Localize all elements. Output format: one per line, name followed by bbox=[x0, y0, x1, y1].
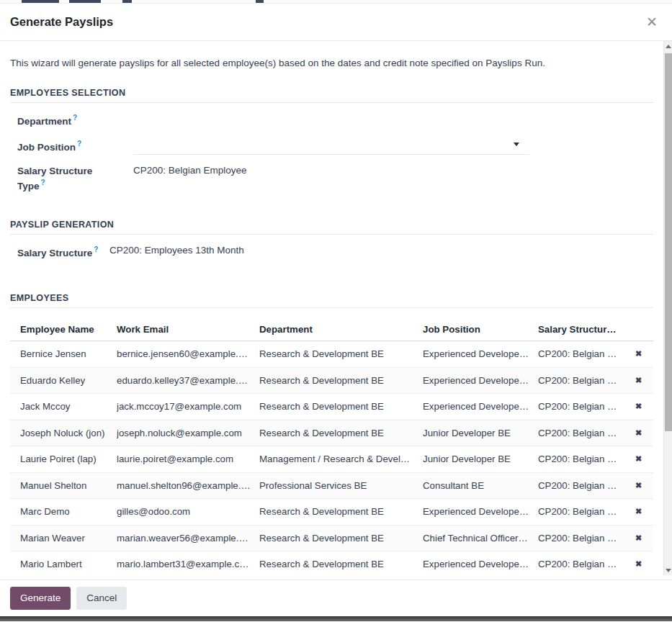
cell-job-position: Experienced Developer BE bbox=[423, 506, 538, 517]
column-header[interactable]: Department bbox=[259, 324, 423, 335]
cell-work-email: joseph.noluck@example.com bbox=[117, 428, 259, 438]
cell-department: Management / Research & Development BE bbox=[259, 454, 423, 464]
cell-employee-name: Bernice Jensen bbox=[10, 348, 117, 359]
table-row[interactable]: Bernice Jensen bernice.jensen60@example.… bbox=[10, 341, 653, 368]
x-icon: ✖ bbox=[635, 402, 642, 410]
cell-job-position: Experienced Developer BE bbox=[423, 375, 538, 386]
generate-button[interactable]: Generate bbox=[10, 587, 71, 610]
cancel-button[interactable]: Cancel bbox=[76, 587, 127, 610]
cell-job-position: Chief Technical Officer BE bbox=[423, 533, 538, 544]
cell-employee-name: Marc Demo bbox=[10, 506, 117, 517]
label-text: Job Position bbox=[17, 142, 76, 153]
scroll-down-icon[interactable] bbox=[666, 569, 671, 572]
section-title: PAYSLIP GENERATION bbox=[10, 220, 653, 235]
table-row[interactable]: Marian Weaver marian.weaver56@example.co… bbox=[10, 526, 653, 552]
column-header[interactable]: Job Position bbox=[423, 324, 538, 335]
dialog-footer: Generate Cancel bbox=[0, 580, 672, 616]
close-button[interactable]: ✕ bbox=[643, 14, 660, 30]
column-header[interactable]: Salary Structure Type bbox=[538, 324, 628, 335]
label-text: Department bbox=[17, 116, 71, 127]
employees-table: Employee NameWork EmailDepartmentJob Pos… bbox=[10, 317, 653, 575]
x-icon: ✖ bbox=[635, 454, 642, 463]
cell-department: Research & Development BE bbox=[259, 506, 423, 517]
dialog-header: Generate Payslips ✕ bbox=[0, 4, 672, 41]
intro-text: This wizard will generate payslips for a… bbox=[10, 58, 653, 68]
cell-job-position: Consultant BE bbox=[423, 480, 538, 491]
table-row[interactable]: Manuel Shelton manuel.shelton96@example.… bbox=[10, 473, 653, 500]
cell-work-email: jack.mccoy17@example.com bbox=[117, 401, 259, 412]
salary-structure-type-label: Salary Structure Type? bbox=[17, 163, 104, 193]
cell-work-email: manuel.shelton96@example.com bbox=[117, 480, 259, 491]
table-row[interactable]: Jack Mccoy jack.mccoy17@example.com Rese… bbox=[10, 394, 653, 420]
table-row[interactable]: Joseph Noluck (jon) joseph.noluck@exampl… bbox=[10, 420, 653, 447]
help-icon[interactable]: ? bbox=[77, 140, 81, 148]
x-icon: ✖ bbox=[635, 349, 642, 358]
remove-row-button[interactable]: ✖ bbox=[632, 505, 645, 518]
remove-row-button[interactable]: ✖ bbox=[632, 400, 645, 413]
chevron-down-icon[interactable] bbox=[514, 143, 519, 146]
remove-row-button[interactable]: ✖ bbox=[632, 453, 645, 465]
table-body: Bernice Jensen bernice.jensen60@example.… bbox=[10, 341, 653, 575]
cell-salary-structure: CP200: Belgian Employee bbox=[538, 559, 628, 569]
cell-salary-structure: CP200: Belgian Employee bbox=[538, 533, 628, 544]
cell-department: Research & Development BE bbox=[259, 401, 423, 412]
help-icon[interactable]: ? bbox=[94, 245, 98, 253]
cell-salary-structure: CP200: Belgian Employee bbox=[538, 506, 628, 517]
cell-work-email: marian.weaver56@example.com bbox=[117, 533, 259, 544]
x-icon: ✖ bbox=[635, 428, 642, 437]
column-header[interactable]: Work Email bbox=[117, 324, 259, 335]
field-salary-structure: Salary Structure? CP200: Employees 13th … bbox=[17, 243, 653, 269]
vertical-scrollbar[interactable] bbox=[663, 41, 672, 575]
salary-structure-value[interactable]: CP200: Employees 13th Month bbox=[109, 243, 653, 256]
cell-salary-structure: CP200: Belgian Employee bbox=[538, 428, 628, 438]
cell-employee-name: Marian Weaver bbox=[10, 533, 117, 544]
table-row[interactable]: Mario Lambert mario.lambert31@example.co… bbox=[10, 551, 653, 575]
table-row[interactable]: Marc Demo gilles@odoo.com Research & Dev… bbox=[10, 499, 653, 526]
remove-row-button[interactable]: ✖ bbox=[632, 558, 645, 570]
table-row[interactable]: Eduardo Kelley eduardo.kelley37@example.… bbox=[10, 368, 653, 395]
cell-employee-name: Mario Lambert bbox=[10, 559, 117, 569]
cell-job-position: Experienced Developer BE bbox=[423, 401, 538, 412]
section-title: EMPLOYEES SELECTION bbox=[10, 88, 653, 103]
remove-row-button[interactable]: ✖ bbox=[632, 374, 645, 387]
generate-payslips-dialog: Generate Payslips ✕ This wizard will gen… bbox=[0, 4, 672, 616]
remove-row-button[interactable]: ✖ bbox=[632, 532, 645, 544]
dialog-body: This wizard will generate payslips for a… bbox=[0, 41, 672, 575]
column-header[interactable]: Employee Name bbox=[10, 324, 117, 335]
label-text: Salary Structure Type bbox=[17, 166, 92, 191]
cell-department: Research & Development BE bbox=[259, 348, 423, 359]
cell-work-email: eduardo.kelley37@example.com bbox=[117, 375, 259, 386]
cell-department: Research & Development BE bbox=[259, 533, 423, 544]
cell-job-position: Junior Developer BE bbox=[423, 428, 538, 438]
background-fragment bbox=[22, 0, 59, 3]
scrollbar-thumb[interactable] bbox=[665, 53, 672, 431]
cell-employee-name: Laurie Poiret (lap) bbox=[10, 454, 117, 464]
cell-employee-name: Jack Mccoy bbox=[10, 401, 117, 412]
x-icon: ✖ bbox=[635, 481, 642, 490]
close-icon: ✕ bbox=[646, 14, 658, 30]
dialog-title: Generate Payslips bbox=[10, 15, 113, 29]
cell-salary-structure: CP200: Belgian Employee bbox=[538, 480, 628, 491]
job-position-input[interactable] bbox=[133, 138, 529, 155]
field-salary-structure-type: Salary Structure Type? CP200: Belgian Em… bbox=[17, 163, 653, 201]
cell-job-position: Experienced Developer BE bbox=[423, 348, 538, 359]
cell-job-position: Experienced Developer BE bbox=[423, 559, 538, 569]
cell-work-email: bernice.jensen60@example.com bbox=[117, 348, 259, 359]
field-job-position: Job Position? bbox=[17, 138, 653, 163]
background-fragment bbox=[256, 0, 264, 3]
remove-row-button[interactable]: ✖ bbox=[632, 348, 645, 360]
table-row[interactable]: Laurie Poiret (lap) laurie.poiret@exampl… bbox=[10, 446, 653, 473]
department-input[interactable] bbox=[133, 112, 653, 113]
x-icon: ✖ bbox=[635, 376, 642, 384]
cell-work-email: gilles@odoo.com bbox=[117, 506, 259, 517]
dialog-content: This wizard will generate payslips for a… bbox=[0, 41, 663, 575]
background-fragment bbox=[122, 0, 132, 3]
scroll-up-icon[interactable] bbox=[666, 45, 671, 48]
help-icon[interactable]: ? bbox=[41, 179, 45, 186]
help-icon[interactable]: ? bbox=[73, 114, 77, 122]
cell-employee-name: Joseph Noluck (jon) bbox=[10, 428, 117, 438]
remove-row-button[interactable]: ✖ bbox=[632, 479, 645, 492]
salary-structure-type-value[interactable]: CP200: Belgian Employee bbox=[133, 163, 653, 176]
cell-employee-name: Manuel Shelton bbox=[10, 480, 117, 491]
remove-row-button[interactable]: ✖ bbox=[632, 427, 645, 439]
